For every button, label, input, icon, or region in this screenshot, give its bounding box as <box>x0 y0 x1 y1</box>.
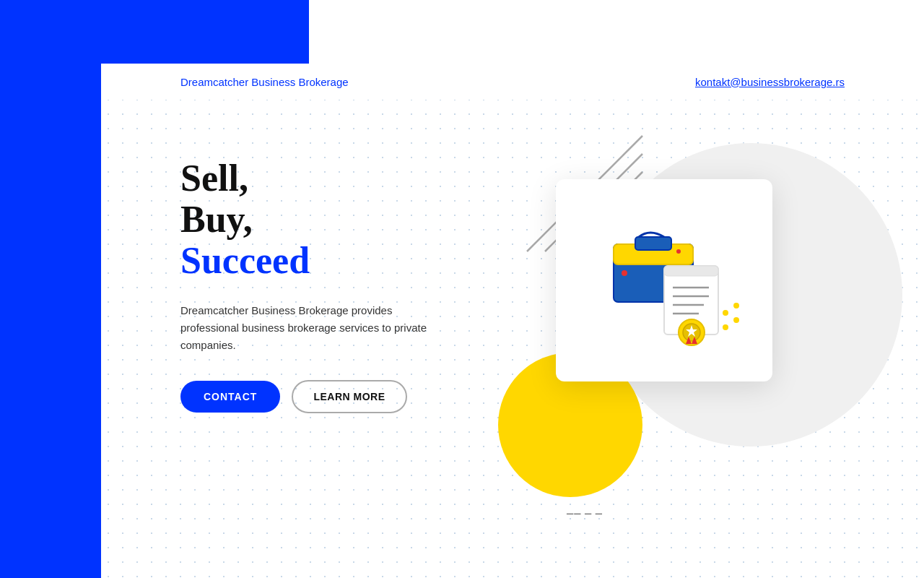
blue-sidebar-bar <box>0 64 101 513</box>
contact-button[interactable]: CONTACT <box>180 381 280 413</box>
business-card <box>556 179 772 381</box>
left-content: Sell, Buy, Succeed Dreamcatcher Business… <box>101 100 448 413</box>
svg-point-22 <box>723 310 728 316</box>
svg-rect-10 <box>664 266 718 276</box>
content-area: Sell, Buy, Succeed Dreamcatcher Business… <box>101 100 924 578</box>
svg-point-24 <box>723 324 728 330</box>
partial-bottom-text: ── ─ ─ <box>567 508 603 519</box>
nav-bar: Dreamcatcher Business Brokerage kontakt@… <box>101 64 924 100</box>
svg-point-20 <box>622 270 627 276</box>
hero-title: Sell, Buy, Succeed <box>180 158 448 282</box>
business-icon <box>585 201 744 360</box>
svg-rect-8 <box>635 237 671 250</box>
svg-point-23 <box>733 317 739 323</box>
svg-point-21 <box>676 249 681 254</box>
buttons-row: CONTACT LEARN MORE <box>180 380 448 413</box>
hero-description: Dreamcatcher Business Brokerage provides… <box>180 302 440 354</box>
nav-brand: Dreamcatcher Business Brokerage <box>180 76 349 88</box>
right-illustration: ── ─ ─ <box>448 121 924 540</box>
svg-point-25 <box>733 303 739 309</box>
hero-line2: Buy, <box>180 199 253 240</box>
hero-line1: Sell, <box>180 158 248 199</box>
hero-line3: Succeed <box>180 240 310 281</box>
learn-more-button[interactable]: LEARN MORE <box>292 380 406 413</box>
blue-block-top <box>0 0 309 64</box>
nav-email-link[interactable]: kontakt@businessbrokerage.rs <box>695 76 845 88</box>
